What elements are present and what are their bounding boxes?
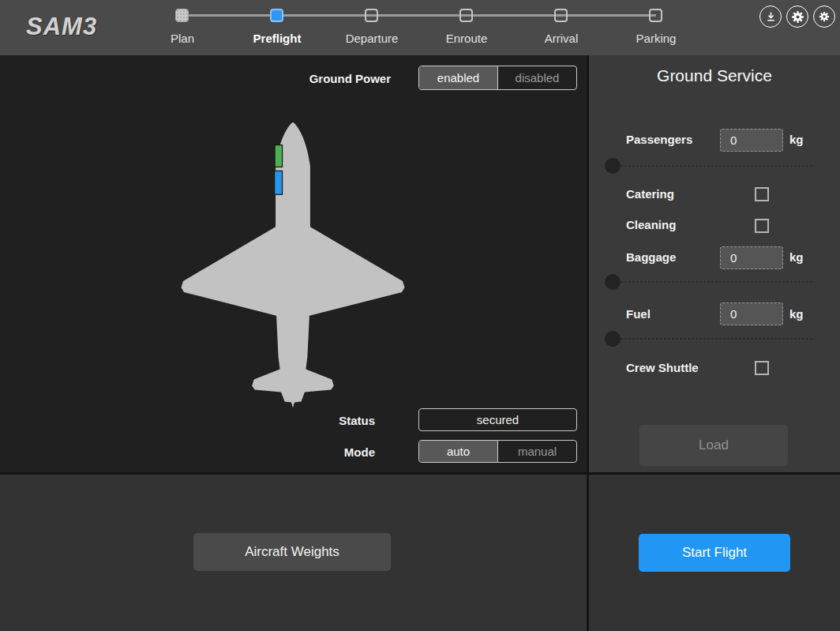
cleaning-checkbox[interactable] [755,219,769,233]
step-square-enroute[interactable] [459,9,473,22]
load-button[interactable]: Load [639,425,788,466]
step-label-arrival[interactable]: Arrival [514,32,609,45]
baggage-label: Baggage [626,250,676,264]
baggage-input[interactable] [720,246,783,269]
step-square-arrival[interactable] [554,9,568,22]
download-icon [765,11,777,23]
step-label-enroute[interactable]: Enroute [419,32,514,45]
step-square-plan[interactable] [175,9,189,22]
baggage-slider-thumb[interactable] [605,274,621,290]
mode-label: Mode [261,445,375,459]
catering-checkbox[interactable] [755,187,769,201]
settings-button[interactable] [786,6,808,28]
passengers-slider-track[interactable] [605,165,815,167]
step-label-preflight[interactable]: Preflight [230,32,324,45]
top-bar: SAM3 Plan Preflight Departure Enroute Ar… [0,0,840,55]
passengers-unit: kg [789,133,804,146]
ground-service-title: Ground Service [589,66,840,85]
status-value-box: secured [418,408,577,431]
mode-auto-option[interactable]: auto [419,441,498,462]
fuel-input[interactable] [720,302,783,325]
stepper-line [182,14,656,17]
gear-icon [791,10,804,24]
fuel-unit: kg [789,307,804,321]
preferences-button[interactable] [813,6,835,28]
ground-power-enabled-option[interactable]: enabled [419,66,498,89]
aircraft-weights-button[interactable]: Aircraft Weights [193,533,391,571]
status-label: Status [261,414,375,427]
fuel-slider-track[interactable] [605,338,815,340]
mode-toggle: auto manual [418,440,577,463]
app-logo: SAM3 [26,13,97,41]
step-square-parking[interactable] [649,9,662,22]
ground-power-toggle: enabled disabled [418,66,577,90]
sam3-window: SAM3 Plan Preflight Departure Enroute Ar… [0,0,840,631]
crew-shuttle-checkbox[interactable] [755,361,769,375]
aircraft-top-view [179,120,405,411]
step-square-preflight[interactable] [270,9,283,22]
ground-power-disabled-option[interactable]: disabled [498,66,576,89]
mode-manual-option[interactable]: manual [498,441,576,462]
passengers-label: Passengers [626,133,692,146]
cleaning-label: Cleaning [626,218,676,231]
ground-power-label: Ground Power [261,72,391,85]
step-label-plan[interactable]: Plan [135,32,230,45]
step-square-departure[interactable] [365,9,378,22]
baggage-slider-track[interactable] [605,281,815,283]
baggage-unit: kg [789,250,804,264]
fuel-slider-thumb[interactable] [605,331,621,347]
catering-label: Catering [626,187,674,201]
second-door-indicator[interactable] [275,171,283,194]
front-door-indicator[interactable] [275,145,282,167]
start-flight-button[interactable]: Start Flight [639,534,790,572]
ground-service-panel [589,55,840,472]
download-button[interactable] [759,6,782,28]
passengers-input[interactable] [720,129,783,152]
step-label-parking[interactable]: Parking [609,32,703,45]
passengers-slider-thumb[interactable] [605,158,621,174]
fuel-label: Fuel [626,307,651,321]
step-label-departure[interactable]: Departure [324,32,419,45]
gear-small-icon [819,11,830,22]
crew-shuttle-label: Crew Shuttle [626,361,699,374]
